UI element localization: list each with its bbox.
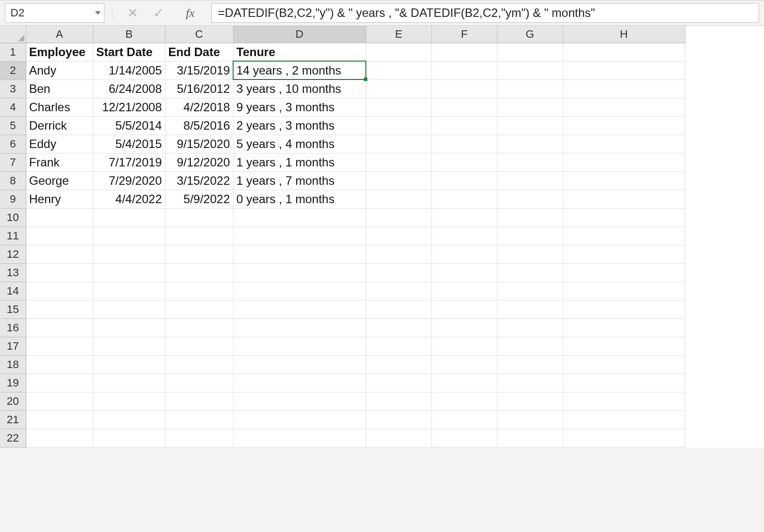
cell-G5[interactable] (497, 116, 563, 135)
cell-B10[interactable] (93, 208, 165, 227)
cell-H9[interactable] (563, 190, 685, 208)
cell-G3[interactable] (497, 79, 563, 98)
cell-D18[interactable] (233, 355, 366, 374)
cell-A13[interactable] (26, 263, 93, 282)
column-header-D[interactable]: D (233, 26, 366, 43)
cell-F2[interactable] (431, 61, 497, 79)
cell-G18[interactable] (497, 355, 563, 374)
cell-G21[interactable] (497, 410, 563, 429)
cell-E18[interactable] (366, 355, 431, 374)
row-header-2[interactable]: 2 (0, 61, 26, 79)
select-all-corner[interactable] (0, 26, 26, 43)
cell-H13[interactable] (563, 263, 685, 282)
cell-G2[interactable] (497, 61, 563, 79)
cell-D11[interactable] (233, 227, 366, 245)
column-header-F[interactable]: F (431, 26, 497, 43)
cell-A1[interactable]: Employee (26, 43, 93, 61)
cell-G1[interactable] (497, 43, 563, 61)
cell-B7[interactable]: 7/17/2019 (93, 153, 165, 171)
enter-icon[interactable]: ✓ (153, 5, 164, 21)
cell-A16[interactable] (26, 318, 93, 337)
cell-G14[interactable] (497, 282, 563, 300)
cell-F21[interactable] (431, 410, 497, 429)
cell-E8[interactable] (366, 171, 431, 190)
cell-F12[interactable] (431, 245, 497, 263)
cell-G12[interactable] (497, 245, 563, 263)
cell-F11[interactable] (431, 227, 497, 245)
cell-A17[interactable] (26, 337, 93, 355)
cell-B8[interactable]: 7/29/2020 (93, 171, 165, 190)
cell-C9[interactable]: 5/9/2022 (165, 190, 233, 208)
cell-B17[interactable] (93, 337, 165, 355)
cell-G22[interactable] (497, 429, 563, 447)
row-header-5[interactable]: 5 (0, 116, 26, 135)
cell-F19[interactable] (431, 374, 497, 392)
cell-F5[interactable] (431, 116, 497, 135)
column-header-B[interactable]: B (93, 26, 165, 43)
cell-H6[interactable] (563, 135, 685, 153)
cell-D9[interactable]: 0 years , 1 months (233, 190, 366, 208)
row-header-3[interactable]: 3 (0, 79, 26, 98)
cell-B2[interactable]: 1/14/2005 (93, 61, 165, 79)
cell-H11[interactable] (563, 227, 685, 245)
cell-F15[interactable] (431, 300, 497, 318)
cell-A11[interactable] (26, 227, 93, 245)
cell-D2[interactable]: 14 years , 2 months (233, 61, 366, 79)
cell-H2[interactable] (563, 61, 685, 79)
cell-E21[interactable] (366, 410, 431, 429)
fx-icon[interactable]: fx (179, 6, 201, 20)
cell-A7[interactable]: Frank (26, 153, 93, 171)
cell-D3[interactable]: 3 years , 10 months (233, 79, 366, 98)
cell-G15[interactable] (497, 300, 563, 318)
cell-H22[interactable] (563, 429, 685, 447)
name-box[interactable]: D2 (5, 3, 104, 23)
cell-F22[interactable] (431, 429, 497, 447)
cell-G9[interactable] (497, 190, 563, 208)
cell-F13[interactable] (431, 263, 497, 282)
cell-C22[interactable] (165, 429, 233, 447)
cell-F7[interactable] (431, 153, 497, 171)
cell-F3[interactable] (431, 79, 497, 98)
row-header-15[interactable]: 15 (0, 300, 26, 318)
cell-F6[interactable] (431, 135, 497, 153)
cell-E20[interactable] (366, 392, 431, 410)
cell-C3[interactable]: 5/16/2012 (165, 79, 233, 98)
cell-C6[interactable]: 9/15/2020 (165, 135, 233, 153)
cell-G13[interactable] (497, 263, 563, 282)
cell-H18[interactable] (563, 355, 685, 374)
cell-C16[interactable] (165, 318, 233, 337)
row-header-1[interactable]: 1 (0, 43, 26, 61)
cell-E7[interactable] (366, 153, 431, 171)
cell-E15[interactable] (366, 300, 431, 318)
cell-E2[interactable] (366, 61, 431, 79)
cell-A15[interactable] (26, 300, 93, 318)
cell-D15[interactable] (233, 300, 366, 318)
cell-E4[interactable] (366, 98, 431, 116)
cell-F4[interactable] (431, 98, 497, 116)
cell-D7[interactable]: 1 years , 1 months (233, 153, 366, 171)
cell-A6[interactable]: Eddy (26, 135, 93, 153)
row-header-16[interactable]: 16 (0, 318, 26, 337)
row-header-20[interactable]: 20 (0, 392, 26, 410)
cell-E5[interactable] (366, 116, 431, 135)
cell-B12[interactable] (93, 245, 165, 263)
row-header-10[interactable]: 10 (0, 208, 26, 227)
cell-H10[interactable] (563, 208, 685, 227)
cell-H8[interactable] (563, 171, 685, 190)
cell-C2[interactable]: 3/15/2019 (165, 61, 233, 79)
row-header-7[interactable]: 7 (0, 153, 26, 171)
cell-E19[interactable] (366, 374, 431, 392)
cell-F10[interactable] (431, 208, 497, 227)
cell-A21[interactable] (26, 410, 93, 429)
cell-B9[interactable]: 4/4/2022 (93, 190, 165, 208)
cell-G8[interactable] (497, 171, 563, 190)
cell-B14[interactable] (93, 282, 165, 300)
cell-C20[interactable] (165, 392, 233, 410)
cell-D21[interactable] (233, 410, 366, 429)
cell-F8[interactable] (431, 171, 497, 190)
cell-H16[interactable] (563, 318, 685, 337)
cell-B3[interactable]: 6/24/2008 (93, 79, 165, 98)
cell-H15[interactable] (563, 300, 685, 318)
column-header-G[interactable]: G (497, 26, 563, 43)
cell-F9[interactable] (431, 190, 497, 208)
